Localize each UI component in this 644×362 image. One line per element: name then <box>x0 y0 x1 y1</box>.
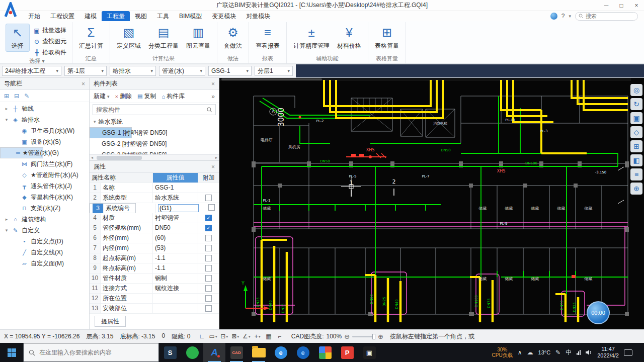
brightness-plus-icon[interactable]: ⊕ <box>378 333 383 340</box>
nav-wheel-icon[interactable]: ◎ <box>630 84 642 96</box>
attach-checkbox[interactable] <box>205 235 212 241</box>
sidebar-item-支架(水)(Z)[interactable]: ⊓支架(水)(Z) <box>0 203 89 214</box>
menu-search-box[interactable] <box>575 12 638 21</box>
props-value-cell[interactable]: 衬塑钢管 <box>153 213 198 223</box>
ribbon-button-拾取构件[interactable]: ╋拾取构件 <box>31 48 68 57</box>
scroll-left-icon[interactable]: ◂ <box>90 155 95 160</box>
orbit-icon[interactable]: ↻ <box>630 98 642 110</box>
sidebar-item-卫生器具(水)(W)[interactable]: ◉卫生器具(水)(W) <box>0 125 89 136</box>
sidebar-item-自定义[interactable]: ▾✎自定义 <box>0 225 89 236</box>
attach-checkbox[interactable] <box>205 255 212 261</box>
help-icon[interactable]: ? <box>561 13 565 20</box>
taskbar-app-pdf[interactable]: P <box>336 343 358 362</box>
taskbar-clock[interactable]: 11:47 2022/4/2 <box>597 346 619 359</box>
close-icon[interactable]: × <box>211 163 215 170</box>
attach-checkbox[interactable] <box>205 245 212 251</box>
ime-indicator[interactable]: 中 <box>566 348 572 357</box>
component-item[interactable]: GSG-3 [衬塑钢管 DN50] <box>90 149 219 154</box>
component-toolbar-构件库[interactable]: ⌂构件库 <box>162 92 185 101</box>
selector-dropdown-5[interactable]: GSG-1▾ <box>208 66 252 76</box>
menu-tab-建模[interactable]: 建模 <box>79 11 102 21</box>
ribbon-button-查看报表[interactable]: ≡查看报表 <box>253 24 283 52</box>
selector-dropdown-1[interactable]: 24#给排水工程▾ <box>2 66 61 76</box>
attach-checkbox[interactable] <box>205 265 212 272</box>
sidebar-item-阀门法兰(水)(F)[interactable]: ⋈阀门法兰(水)(F) <box>0 158 89 169</box>
ribbon-button-图元查量[interactable]: ▥图元查量 <box>183 24 213 52</box>
attach-checkbox[interactable]: ✓ <box>205 215 212 221</box>
taskbar-app-edge[interactable]: e <box>270 343 292 362</box>
chevron-down-icon[interactable]: ▾ <box>569 14 571 19</box>
collapse-all-icon[interactable]: ⊟ <box>14 93 19 100</box>
snap-icon[interactable]: ⊡▾ <box>219 332 229 341</box>
props-value-cell[interactable]: (60) <box>153 233 198 243</box>
maximize-button[interactable]: □ <box>614 0 629 11</box>
brightness-slider[interactable] <box>352 336 375 337</box>
split-view-icon[interactable]: ◧ <box>630 154 642 166</box>
ribbon-button-查找图元[interactable]: ⊙查找图元 <box>31 37 68 46</box>
cad-viewport[interactable]: 3000A电梯厅风机房消防电梯12XHSXHSPL-2PL-1PL-5PL-7P… <box>219 78 644 329</box>
attach-checkbox[interactable]: ✓ <box>205 225 212 231</box>
edit-icon[interactable]: ✎ <box>24 93 29 100</box>
layout-icon[interactable]: ⊞ <box>630 140 642 152</box>
component-group-给水系统[interactable]: ▾给水系统 <box>90 116 219 127</box>
zoom-icon[interactable]: ⊕ <box>630 183 642 195</box>
component-search-input[interactable] <box>96 106 207 113</box>
props-value-cell[interactable] <box>153 294 198 303</box>
tray-chevron-icon[interactable]: ∧ <box>518 349 522 356</box>
props-value-cell[interactable] <box>153 304 198 313</box>
menu-search-input[interactable] <box>586 13 631 19</box>
sidebar-item-建筑结构[interactable]: ▸⌂建筑结构 <box>0 214 89 225</box>
menu-tab-工程设置[interactable]: 工程设置 <box>45 11 79 21</box>
slider-thumb[interactable] <box>372 334 375 339</box>
scrollbar-thumb[interactable] <box>221 78 322 80</box>
ribbon-button-套做法[interactable]: ⚙套做法 <box>221 24 245 52</box>
menu-tab-工具[interactable]: 工具 <box>152 11 174 21</box>
user-avatar-icon[interactable] <box>550 13 557 20</box>
props-value-cell[interactable]: 螺纹连接 <box>153 284 198 293</box>
view-cube-icon[interactable]: ◇ <box>630 126 642 138</box>
taskbar-app-sogou[interactable]: S <box>159 343 181 362</box>
select-box-icon[interactable]: ▭▾ <box>208 332 218 341</box>
overflow-icon[interactable]: » <box>211 93 215 100</box>
close-button[interactable]: × <box>629 0 644 11</box>
sidebar-item-★管道附件(水)(A)[interactable]: ◇★管道附件(水)(A) <box>0 169 89 180</box>
selector-dropdown-4[interactable]: 管道(水)▾ <box>159 66 205 76</box>
selector-dropdown-6[interactable]: 分层1▾ <box>255 66 293 76</box>
selector-dropdown-2[interactable]: 第-1层▾ <box>64 66 107 76</box>
ribbon-button-定义区域[interactable]: ▧定义区域 <box>114 24 144 52</box>
cad-hscrollbar[interactable] <box>219 78 631 81</box>
component-toolbar-新建[interactable]: 新建▾ <box>94 92 110 101</box>
ribbon-button-汇总计算[interactable]: Σ汇总计算 <box>76 24 106 52</box>
taskbar-search-input[interactable] <box>39 349 153 356</box>
ribbon-button-批量选择[interactable]: ▣批量选择 <box>31 26 68 35</box>
attach-checkbox[interactable] <box>205 295 212 302</box>
attach-checkbox[interactable] <box>208 204 215 211</box>
taskbar-app-cad[interactable]: CAD <box>225 343 248 362</box>
taskbar-app-browser[interactable]: e <box>292 343 314 362</box>
cpu-widget[interactable]: 30% CPU负载 <box>492 347 513 358</box>
props-value-cell[interactable]: DN50 <box>153 223 198 233</box>
component-hscrollbar[interactable]: ◂ ▸ <box>90 154 219 160</box>
props-value-cell[interactable]: 钢制 <box>153 274 198 283</box>
props-value-cell[interactable]: -1.1 <box>153 253 198 263</box>
props-value-cell[interactable]: -1.1 <box>153 263 198 273</box>
timer-widget[interactable]: 00:00 <box>587 301 610 324</box>
network-icon[interactable] <box>577 350 581 355</box>
ribbon-button-表格算量[interactable]: ⊞表格算量 <box>372 24 402 52</box>
component-item[interactable]: GSG-2 [衬塑钢管 DN50] <box>90 138 219 149</box>
sidebar-item-零星构件(水)(K)[interactable]: ◆零星构件(水)(K) <box>0 192 89 203</box>
ribbon-button-分类工程量[interactable]: ▤分类工程量 <box>145 24 182 52</box>
minimize-button[interactable]: ─ <box>599 0 614 11</box>
volume-icon[interactable] <box>586 349 592 355</box>
taskbar-app-gqi[interactable]: A <box>203 343 225 362</box>
taskbar-app-docs[interactable] <box>314 343 336 362</box>
weather-temp[interactable]: 13°C <box>538 349 551 355</box>
sidebar-item-自定义线(X)[interactable]: ╱自定义线(X) <box>0 247 89 258</box>
extract-properties-button[interactable]: 提属性 <box>95 316 126 327</box>
corner-icon[interactable]: ⌐ <box>275 332 285 341</box>
layers-icon[interactable]: ≡ <box>630 168 642 180</box>
taskbar-app-snip[interactable]: ▣ <box>358 343 380 362</box>
notification-icon[interactable] <box>624 349 632 356</box>
menu-tab-变更模块[interactable]: 变更模块 <box>207 11 241 21</box>
scroll-right-icon[interactable]: ▸ <box>214 155 219 160</box>
